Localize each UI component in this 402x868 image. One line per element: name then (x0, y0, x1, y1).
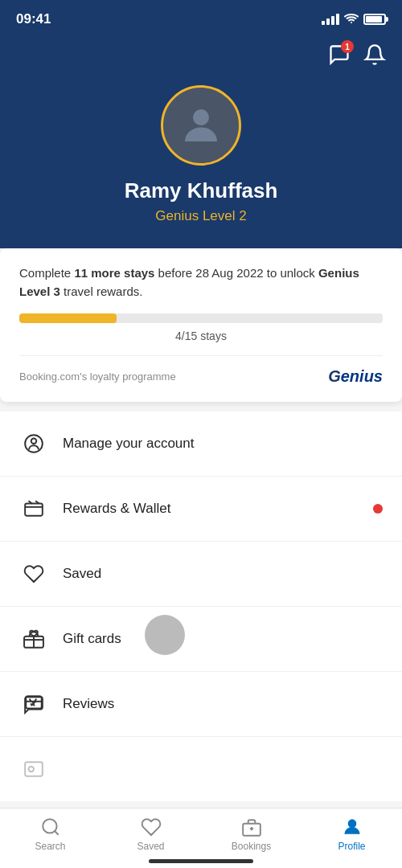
stays-count: 11 more stays (74, 266, 154, 280)
avatar-ring (161, 85, 241, 166)
wifi-icon (344, 13, 359, 27)
suitcase-nav-icon (241, 817, 262, 837)
main-content: Complete 11 more stays before 28 Aug 202… (0, 248, 402, 868)
rewards-notification-dot (373, 504, 383, 514)
status-bar: 09:41 (0, 0, 402, 35)
loyalty-footer: Booking.com's loyalty programme Genius (19, 355, 383, 386)
genius-target: Genius Level 3 (19, 266, 359, 298)
menu-item-saved[interactable]: Saved (0, 542, 402, 607)
profile-header: 1 Ramy Khuffash Genius Level 2 (0, 35, 402, 248)
svg-point-11 (43, 819, 56, 833)
message-badge: 1 (341, 40, 354, 53)
menu-label-rewards-wallet: Rewards & Wallet (63, 501, 373, 517)
nav-label-saved: Saved (137, 841, 164, 852)
nav-label-bookings: Bookings (232, 841, 271, 852)
menu-item-manage-account[interactable]: Manage your account (0, 411, 402, 477)
genius-logo: Genius (328, 367, 383, 386)
menu-label-saved: Saved (63, 566, 383, 582)
search-nav-icon (40, 817, 61, 837)
signal-bars-icon (322, 14, 339, 25)
loyalty-programme-text: Booking.com's loyalty programme (19, 371, 176, 383)
menu-list: Manage your account Rewards & Wallet Sav… (0, 411, 402, 801)
nav-item-profile[interactable]: Profile (324, 817, 380, 852)
svg-point-0 (351, 22, 352, 23)
nav-label-search: Search (35, 841, 65, 852)
user-name: Ramy Khuffash (125, 178, 278, 203)
notifications-button[interactable] (363, 43, 386, 69)
svg-point-3 (31, 439, 37, 444)
menu-item-reviews[interactable]: Reviews (0, 672, 402, 737)
heart-nav-icon (141, 817, 162, 837)
person-circle-icon (19, 429, 48, 458)
person-nav-icon (342, 817, 363, 837)
menu-item-rewards-wallet[interactable]: Rewards & Wallet (0, 477, 402, 542)
svg-point-1 (193, 109, 209, 125)
nav-item-saved[interactable]: Saved (123, 817, 179, 852)
gift-card-icon (19, 624, 48, 653)
svg-rect-4 (25, 504, 43, 516)
progress-bar-container (19, 313, 383, 323)
menu-label-gift-cards: Gift cards (63, 631, 383, 647)
nav-item-search[interactable]: Search (23, 817, 79, 852)
menu-item-gift-cards[interactable]: Gift cards (0, 607, 402, 672)
status-time: 09:41 (16, 11, 51, 27)
battery-icon (363, 14, 386, 25)
avatar (161, 85, 241, 166)
reviews-icon (19, 690, 48, 719)
home-indicator (149, 859, 253, 863)
menu-label-reviews: Reviews (63, 696, 383, 712)
extra-icon (19, 755, 48, 784)
svg-line-12 (55, 831, 59, 835)
header-actions: 1 (16, 43, 386, 69)
svg-point-10 (29, 767, 35, 772)
nav-label-profile: Profile (338, 841, 365, 852)
svg-point-16 (348, 820, 355, 827)
menu-item-extra[interactable] (0, 737, 402, 801)
wallet-icon (19, 494, 48, 523)
progress-label: 4/15 stays (19, 330, 383, 342)
progress-description: Complete 11 more stays before 28 Aug 202… (19, 264, 383, 301)
status-icons (322, 13, 386, 27)
menu-label-manage-account: Manage your account (63, 436, 383, 452)
heart-icon (19, 559, 48, 588)
progress-bar-fill (19, 313, 117, 323)
genius-level: Genius Level 2 (155, 208, 246, 224)
messages-button[interactable]: 1 (328, 43, 351, 69)
genius-progress-card: Complete 11 more stays before 28 Aug 202… (0, 248, 402, 402)
nav-item-bookings[interactable]: Bookings (224, 817, 280, 852)
